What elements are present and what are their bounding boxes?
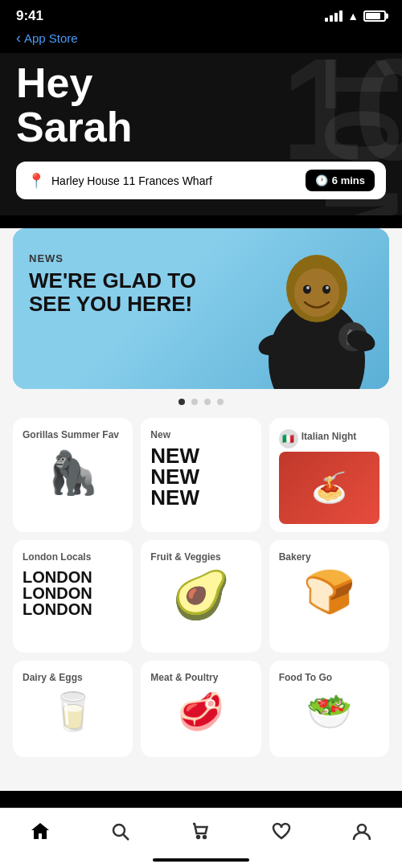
gorillas-summer-fav-card[interactable]: Gorillas Summer Fav 🦍 <box>13 418 133 532</box>
status-icons: ▲ <box>325 10 386 23</box>
svg-point-3 <box>303 285 311 294</box>
profile-icon <box>351 821 372 842</box>
new-card-subtitle: New <box>150 429 251 442</box>
dot-3[interactable] <box>204 399 211 405</box>
grid-row-2: London Locals LONDONLONDONLONDON Fruit &… <box>13 540 389 653</box>
dairy-card-title: Dairy & Eggs <box>23 672 123 685</box>
fruit-card-title: Fruit & Veggies <box>150 551 251 564</box>
new-card[interactable]: New NEWNEWNEW <box>141 418 260 532</box>
address-text: Harley House 11 Frances Wharf <box>51 174 306 187</box>
svg-point-4 <box>322 285 330 294</box>
london-locals-card[interactable]: London Locals LONDONLONDONLONDON <box>13 540 133 653</box>
svg-point-13 <box>197 836 199 838</box>
nav-search[interactable] <box>97 818 144 845</box>
avocado-image: 🥑 <box>150 567 251 622</box>
grid-row-1: Gorillas Summer Fav 🦍 New NEWNEWNEW 🇮🇹 I… <box>13 418 389 532</box>
food-to-go-card-title: Food To Go <box>279 672 379 685</box>
nav-favorites[interactable] <box>258 818 305 845</box>
fruit-veggies-card[interactable]: Fruit & Veggies 🥑 <box>141 540 260 653</box>
london-card-title: London Locals <box>23 551 123 564</box>
search-icon <box>110 821 131 842</box>
banner-headline: WE'RE GLAD TO SEE YOU HERE! <box>29 269 206 315</box>
food-to-go-card[interactable]: Food To Go 🥗 <box>269 661 389 757</box>
banner-person-image: 🦍 <box>244 228 389 389</box>
carousel-dots <box>0 389 402 411</box>
address-bar[interactable]: 📍 Harley House 11 Frances Wharf 🕐 6 mins <box>16 162 386 199</box>
main-content: NEWS WE'RE GLAD TO SEE YOU HERE! <box>0 228 402 791</box>
nav-cart[interactable] <box>178 818 224 845</box>
clock-icon: 🕐 <box>315 174 328 186</box>
banner-news-label: NEWS <box>29 252 206 264</box>
app-store-label: App Store <box>24 31 78 45</box>
greeting-text: HeySarah <box>16 61 386 149</box>
svg-point-11 <box>113 825 125 836</box>
meat-image: 🥩 <box>150 690 251 733</box>
italian-card-title: Italian Night <box>302 431 357 444</box>
bakery-card[interactable]: Bakery 🍞 <box>269 540 389 653</box>
italian-night-card[interactable]: 🇮🇹 Italian Night 🍝 <box>269 418 389 532</box>
london-big-title: LONDONLONDONLONDON <box>23 569 123 617</box>
svg-line-12 <box>124 835 129 841</box>
header-section: 10 10 MINUTES – GROCERIES HeySarah 📍 Har… <box>0 53 402 215</box>
battery-icon <box>363 10 386 22</box>
pin-icon: 📍 <box>27 172 45 190</box>
heart-icon <box>271 821 292 842</box>
meat-poultry-card[interactable]: Meat & Poultry 🥩 <box>141 661 260 757</box>
wifi-icon: ▲ <box>347 10 359 23</box>
banner-inner: NEWS WE'RE GLAD TO SEE YOU HERE! <box>13 228 389 389</box>
svg-point-5 <box>306 286 310 289</box>
bakery-card-title: Bakery <box>279 551 379 564</box>
nav-profile[interactable] <box>338 818 385 845</box>
italian-circle-icon: 🇮🇹 <box>279 429 298 448</box>
app-store-back[interactable]: ‹ App Store <box>0 28 402 53</box>
home-indicator <box>153 858 249 862</box>
gorilla-card-title: Gorillas Summer Fav <box>23 429 123 442</box>
grid-section: Gorillas Summer Fav 🦍 New NEWNEWNEW 🇮🇹 I… <box>0 411 402 757</box>
cart-icon <box>191 821 211 842</box>
meat-card-title: Meat & Poultry <box>150 672 251 685</box>
dot-1[interactable] <box>178 399 185 405</box>
dot-2[interactable] <box>191 399 198 405</box>
svg-point-14 <box>203 836 206 838</box>
signal-icon <box>325 10 343 22</box>
grid-row-3: Dairy & Eggs 🥛 Meat & Poultry 🥩 Food To … <box>13 661 389 757</box>
chevron-left-icon: ‹ <box>16 30 21 47</box>
status-bar: 9:41 ▲ <box>0 0 402 28</box>
home-icon <box>30 821 51 842</box>
nav-home[interactable] <box>17 818 64 845</box>
gorilla-emoji: 🦍 <box>47 449 99 496</box>
status-time: 9:41 <box>16 8 43 24</box>
delivery-time-label: 6 mins <box>332 174 365 186</box>
food-to-go-image: 🥗 <box>279 690 379 733</box>
dairy-eggs-card[interactable]: Dairy & Eggs 🥛 <box>13 661 133 757</box>
svg-point-15 <box>358 825 366 833</box>
banner-carousel[interactable]: NEWS WE'RE GLAD TO SEE YOU HERE! <box>13 228 389 389</box>
svg-point-2 <box>294 268 339 317</box>
bread-image: 🍞 <box>279 567 379 616</box>
dot-4[interactable] <box>217 399 224 405</box>
banner-text-area: NEWS WE'RE GLAD TO SEE YOU HERE! <box>29 252 206 315</box>
new-card-big-title: NEWNEWNEW <box>150 445 251 508</box>
italian-food-image: 🍝 <box>279 452 379 524</box>
delivery-time-badge: 🕐 6 mins <box>306 170 375 191</box>
svg-point-6 <box>326 286 329 289</box>
egg-image: 🥛 <box>23 690 123 733</box>
